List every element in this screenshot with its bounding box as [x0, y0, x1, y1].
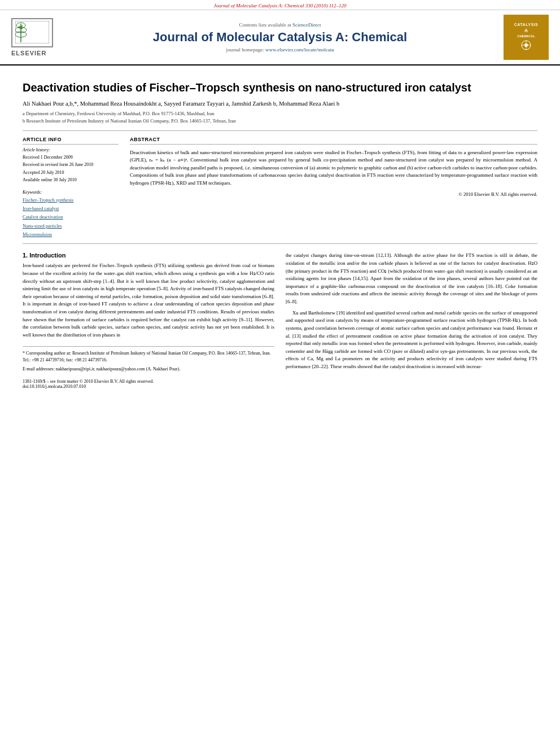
intro-body-right: the catalyst changes during time-on-stre… [286, 252, 537, 370]
svg-rect-0 [15, 21, 49, 43]
doi-line: doi:10.1016/j.molcata.2010.07.010 [23, 384, 274, 389]
content-divider [23, 243, 537, 244]
header-divider [23, 130, 537, 131]
keywords-label: Keywords: [23, 190, 119, 195]
article-info-panel: ARTICLE INFO Article history: Received 1… [23, 137, 119, 239]
keyword-5: Microemulsion [23, 230, 119, 239]
sciencedirect-link[interactable]: ScienceDirect [292, 22, 321, 28]
intro-heading: 1. Introduction [23, 252, 274, 259]
history-label: Article history: [23, 147, 119, 152]
abstract-text: Deactivation kinetics of bulk and nano-s… [130, 149, 537, 187]
keyword-3: Catalyst deactivation [23, 213, 119, 221]
elsevier-text: ELSEVIER [11, 50, 46, 56]
history-dates: Received 1 December 2009 Received in rev… [23, 154, 119, 184]
article-info-title: ARTICLE INFO [23, 137, 119, 145]
right-para-2: Xu and Bartholomew [19] identified and q… [286, 309, 537, 371]
homepage-link[interactable]: www.elsevier.com/locate/molcata [265, 47, 334, 53]
affiliations: a Department of Chemistry, Ferdowsi Univ… [23, 110, 537, 125]
doi-section: 1381-1169/$ – see front matter © 2010 El… [23, 379, 274, 389]
intro-para-1: Iron-based catalysts are preferred for F… [23, 262, 274, 339]
elsevier-logo-box: 🌿 [11, 18, 53, 47]
keywords-list: Fischer–Tropsch synthesis Iron-based cat… [23, 196, 119, 239]
journal-ref-text: Journal of Molecular Catalysis A: Chemic… [213, 3, 346, 8]
journal-homepage: journal homepage: www.elsevier.com/locat… [56, 47, 504, 53]
left-column: 1. Introduction Iron-based catalysts are… [23, 252, 274, 389]
available-date: Available online 30 July 2010 [23, 176, 119, 184]
revised-date: Received in revised form 26 June 2010 [23, 161, 119, 169]
affiliation-b: b Research Institute of Petroleum Indust… [23, 117, 537, 125]
keyword-2: Iron-based catalyst [23, 204, 119, 213]
affiliation-a: a Department of Chemistry, Ferdowsi Univ… [23, 110, 537, 117]
authors-text: Ali Nakhaei Pour a,b,*, Mohammad Reza Ho… [23, 101, 339, 107]
intro-body-left: Iron-based catalysts are preferred for F… [23, 262, 274, 339]
article-title: Deactivation studies of Fischer–Tropsch … [23, 80, 537, 95]
abstract-title: ABSTRACT [130, 137, 537, 145]
received-date: Received 1 December 2009 [23, 154, 119, 161]
article-body: Deactivation studies of Fischer–Tropsch … [0, 65, 560, 395]
keyword-1: Fischer–Tropsch synthesis [23, 196, 119, 204]
footnote-section: * Corresponding author at: Research Inst… [23, 346, 274, 373]
footnote-corresponding: * Corresponding author at: Research Inst… [23, 350, 274, 365]
right-column: the catalyst changes during time-on-stre… [286, 252, 537, 389]
main-content: 1. Introduction Iron-based catalysts are… [23, 252, 537, 389]
journal-title: Journal of Molecular Catalysis A: Chemic… [56, 30, 504, 45]
journal-header: 🌿 ELSEVIER Contents lists available at S… [0, 10, 560, 65]
abstract-section: ABSTRACT Deactivation kinetics of bulk a… [130, 137, 537, 239]
accepted-date: Accepted 20 July 2010 [23, 169, 119, 177]
keyword-4: Nano-sized particles [23, 222, 119, 230]
article-info-abstract: ARTICLE INFO Article history: Received 1… [23, 137, 537, 239]
right-para-1: the catalyst changes during time-on-stre… [286, 252, 537, 305]
footnote-email: E-mail addresses: nakhaeipoura@ripi.ir, … [23, 366, 274, 373]
catalysis-logo: CATALYSIS A CHEMICAL [504, 15, 549, 60]
elsevier-logo: 🌿 ELSEVIER [11, 18, 56, 56]
journal-reference-bar: Journal of Molecular Catalysis A: Chemic… [0, 0, 560, 10]
copyright-line: © 2010 Elsevier B.V. All rights reserved… [130, 191, 537, 197]
header-center: Contents lists available at ScienceDirec… [56, 22, 504, 53]
contents-line: Contents lists available at ScienceDirec… [56, 22, 504, 28]
issn-line: 1381-1169/$ – see front matter © 2010 El… [23, 379, 274, 384]
authors: Ali Nakhaei Pour a,b,*, Mohammad Reza Ho… [23, 101, 537, 107]
